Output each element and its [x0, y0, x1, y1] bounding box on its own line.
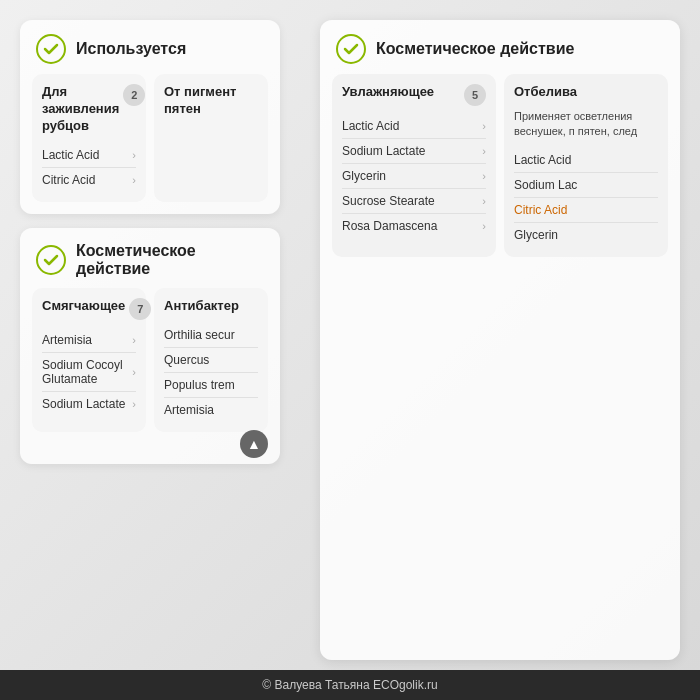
item-text: Artemisia	[164, 403, 214, 417]
card-antibacterial-title: Антибактер	[164, 298, 258, 315]
item-text: Lactic Acid	[514, 153, 571, 167]
chevron-icon: ›	[132, 174, 136, 186]
item-text: Sodium Lactate	[42, 397, 125, 411]
list-item[interactable]: Sodium Lactate ›	[342, 139, 486, 164]
item-text: Citric Acid	[42, 173, 95, 187]
item-text: Glycerin	[514, 228, 558, 242]
item-text: Lactic Acid	[42, 148, 99, 162]
item-text: Sucrose Stearate	[342, 194, 435, 208]
card-moisturizing-header: Увлажняющее 5	[342, 84, 486, 106]
card-softening-title: Смягчающее	[42, 298, 125, 315]
section-used-header: Используется	[20, 20, 280, 74]
chevron-icon: ›	[132, 366, 136, 378]
section-cosmetic-right-header: Косметическое действие	[320, 20, 680, 74]
section-used: Используется Для заживления рубцов 2 Lac…	[20, 20, 280, 214]
card-scars-badge: 2	[123, 84, 145, 106]
card-scars-title: Для заживления рубцов	[42, 84, 119, 135]
item-text: Orthilia secur	[164, 328, 235, 342]
list-item[interactable]: Citric Acid ›	[42, 168, 136, 192]
list-item[interactable]: Glycerin ›	[342, 164, 486, 189]
item-text: Sodium Cocoyl Glutamate	[42, 358, 132, 386]
list-item[interactable]: Sodium Lactate ›	[42, 392, 136, 416]
item-text: Populus trem	[164, 378, 235, 392]
scroll-up-button[interactable]: ▲	[240, 430, 268, 458]
check-icon-used	[36, 34, 66, 64]
card-softening-header: Смягчающее 7	[42, 298, 136, 320]
card-moisturizing: Увлажняющее 5 Lactic Acid › Sodium Lacta…	[332, 74, 496, 257]
chevron-icon: ›	[482, 170, 486, 182]
item-text: Sodium Lactate	[342, 144, 425, 158]
list-item[interactable]: Glycerin	[514, 223, 658, 247]
card-softening-badge: 7	[129, 298, 151, 320]
item-text: Lactic Acid	[342, 119, 399, 133]
section-used-title: Используется	[76, 40, 186, 58]
card-softening: Смягчающее 7 Artemisia › Sodium Cocoyl G…	[32, 288, 146, 432]
chevron-icon: ›	[132, 334, 136, 346]
card-scars: Для заживления рубцов 2 Lactic Acid › Ci…	[32, 74, 146, 202]
section-cosmetic-left-title: Косметическое действие	[76, 242, 264, 278]
card-moisturizing-badge: 5	[464, 84, 486, 106]
item-text: Rosa Damascena	[342, 219, 437, 233]
check-icon-right	[336, 34, 366, 64]
item-text: Sodium Lac	[514, 178, 577, 192]
section-cosmetic-left-header: Косметическое действие	[20, 228, 280, 288]
right-cards-area: Увлажняющее 5 Lactic Acid › Sodium Lacta…	[320, 74, 680, 269]
card-antibacterial-header: Антибактер	[164, 298, 258, 315]
check-icon-cosmetic	[36, 245, 66, 275]
scroll-up-icon: ▲	[247, 436, 261, 452]
list-item[interactable]: Quercus	[164, 348, 258, 373]
card-moisturizing-title: Увлажняющее	[342, 84, 460, 101]
footer: © Валуева Татьяна ECOgolik.ru	[0, 670, 700, 700]
chevron-icon: ›	[482, 145, 486, 157]
list-item[interactable]: Lactic Acid ›	[42, 143, 136, 168]
card-whitening-header: Отбелива	[514, 84, 658, 101]
section-used-cards: Для заживления рубцов 2 Lactic Acid › Ci…	[20, 74, 280, 214]
card-whitening-description: Применяет осветления веснушек, п пятен, …	[514, 109, 658, 140]
section-cosmetic-right-title: Косметическое действие	[376, 40, 574, 58]
list-item[interactable]: Lactic Acid	[514, 148, 658, 173]
list-item[interactable]: Rosa Damascena ›	[342, 214, 486, 238]
item-text: Quercus	[164, 353, 209, 367]
left-panel: Используется Для заживления рубцов 2 Lac…	[20, 20, 280, 660]
chevron-icon: ›	[132, 398, 136, 410]
list-item[interactable]: Populus trem	[164, 373, 258, 398]
section-cosmetic-left: Косметическое действие Смягчающее 7 Arte…	[20, 228, 280, 464]
card-whitening-title: Отбелива	[514, 84, 658, 101]
card-pigment: От пигмент пятен	[154, 74, 268, 202]
footer-text: © Валуева Татьяна ECOgolik.ru	[262, 678, 437, 692]
item-text: Glycerin	[342, 169, 386, 183]
chevron-icon: ›	[482, 120, 486, 132]
section-cosmetic-left-cards: Смягчающее 7 Artemisia › Sodium Cocoyl G…	[20, 288, 280, 444]
list-item[interactable]: Lactic Acid ›	[342, 114, 486, 139]
chevron-icon: ›	[482, 195, 486, 207]
list-item[interactable]: Sodium Lac	[514, 173, 658, 198]
chevron-icon: ›	[132, 149, 136, 161]
list-item[interactable]: Sodium Cocoyl Glutamate ›	[42, 353, 136, 392]
item-text-highlight: Citric Acid	[514, 203, 567, 217]
right-panel: Косметическое действие Увлажняющее 5 Lac…	[320, 20, 680, 660]
card-antibacterial: Антибактер Orthilia secur Quercus Populu…	[154, 288, 268, 432]
card-pigment-header: От пигмент пятен	[164, 84, 258, 118]
list-item[interactable]: Artemisia	[164, 398, 258, 422]
item-text: Artemisia	[42, 333, 92, 347]
list-item[interactable]: Sucrose Stearate ›	[342, 189, 486, 214]
card-pigment-title: От пигмент пятен	[164, 84, 258, 118]
list-item[interactable]: Artemisia ›	[42, 328, 136, 353]
list-item[interactable]: Citric Acid	[514, 198, 658, 223]
chevron-icon: ›	[482, 220, 486, 232]
card-whitening: Отбелива Применяет осветления веснушек, …	[504, 74, 668, 257]
list-item[interactable]: Orthilia secur	[164, 323, 258, 348]
card-scars-header: Для заживления рубцов 2	[42, 84, 136, 135]
